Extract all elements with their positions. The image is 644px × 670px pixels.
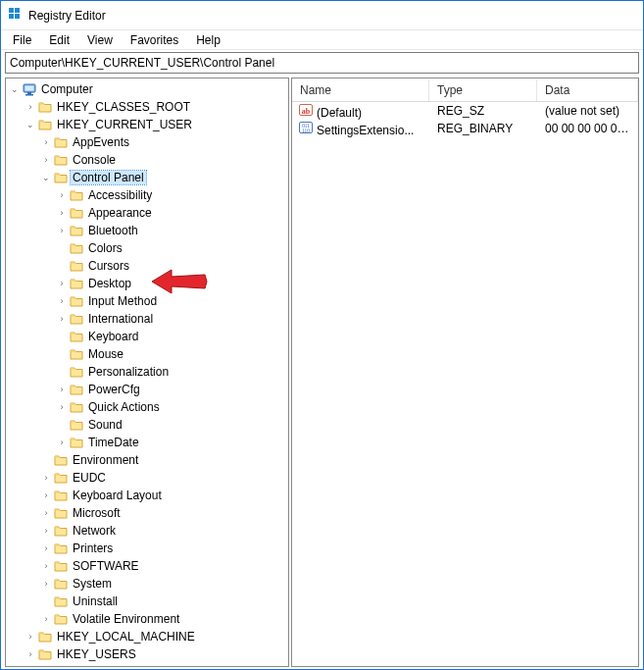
tree-item-colors[interactable]: Colors — [53, 239, 288, 257]
expander-icon[interactable]: ⌄ — [8, 82, 22, 96]
menu-help[interactable]: Help — [188, 32, 228, 48]
tree-item-accessibility[interactable]: ›Accessibility — [53, 186, 288, 204]
expander-icon[interactable]: ⌄ — [39, 171, 53, 184]
tree-item-quick-actions[interactable]: ›Quick Actions — [53, 398, 288, 416]
expander-icon[interactable]: › — [55, 206, 69, 220]
tree-item-label: HKEY_CLASSES_ROOT — [55, 100, 192, 114]
expander-icon[interactable]: › — [24, 100, 37, 114]
tree-item-label: Appearance — [86, 206, 154, 220]
folder-icon — [69, 294, 84, 308]
folder-icon — [53, 612, 69, 626]
tree-item-hkey-current-config[interactable]: ›HKEY_CURRENT_CONFIG — [22, 663, 288, 667]
folder-icon — [69, 330, 84, 343]
tree-item-label: Colors — [86, 241, 124, 255]
expander-icon[interactable]: › — [55, 188, 69, 202]
tree-item-system[interactable]: ›System — [37, 575, 288, 593]
menu-file[interactable]: File — [5, 32, 39, 48]
expander-icon[interactable]: ⌄ — [24, 118, 37, 131]
tree-item-timedate[interactable]: ›TimeDate — [53, 434, 288, 451]
tree-item-label: Uninstall — [71, 594, 120, 608]
tree-item-input-method[interactable]: ›Input Method — [53, 292, 288, 310]
tree-item-appearance[interactable]: ›Appearance — [53, 204, 288, 222]
registry-editor-window: Registry Editor File Edit View Favorites… — [0, 0, 644, 670]
expander-icon[interactable]: › — [39, 135, 53, 149]
value-data: 00 00 00 00 00 00 00 00 — [537, 122, 638, 135]
folder-icon — [69, 312, 84, 326]
value-type: REG_SZ — [429, 104, 537, 118]
tree-item-label: System — [71, 577, 114, 591]
expander-icon[interactable]: › — [39, 506, 53, 520]
column-header-name[interactable]: Name — [292, 79, 429, 101]
tree-item-environment[interactable]: Environment — [37, 451, 288, 469]
expander-icon[interactable]: › — [55, 312, 69, 326]
address-bar[interactable]: Computer\HKEY_CURRENT_USER\Control Panel — [5, 52, 639, 74]
tree-item-sound[interactable]: Sound — [53, 416, 288, 434]
tree-item-uninstall[interactable]: Uninstall — [37, 593, 288, 610]
tree-item-control-panel[interactable]: ⌄Control Panel — [37, 169, 288, 186]
expander-icon[interactable]: › — [39, 559, 53, 573]
expander-icon[interactable]: › — [55, 400, 69, 414]
tree-item-volatile-environment[interactable]: ›Volatile Environment — [37, 610, 288, 628]
tree-item-label: Console — [71, 153, 118, 167]
tree-item-cursors[interactable]: Cursors — [53, 257, 288, 275]
expander-icon[interactable]: › — [39, 612, 53, 626]
tree-item-eudc[interactable]: ›EUDC — [37, 469, 288, 487]
folder-icon — [69, 347, 84, 361]
tree-item-keyboard[interactable]: Keyboard — [53, 328, 288, 345]
expander-icon[interactable]: › — [55, 383, 69, 396]
tree-item-keyboard-layout[interactable]: ›Keyboard Layout — [37, 487, 288, 504]
tree-item-hkey-current-user[interactable]: ⌄HKEY_CURRENT_USER — [22, 116, 288, 133]
tree-item-computer[interactable]: ⌄Computer — [6, 80, 288, 98]
value-type: REG_BINARY — [429, 122, 537, 135]
tree-item-international[interactable]: ›International — [53, 310, 288, 328]
reg-string-icon — [298, 103, 314, 117]
expander-icon[interactable]: › — [24, 647, 37, 661]
expander-icon[interactable]: › — [24, 630, 37, 644]
column-header-data[interactable]: Data — [537, 79, 638, 101]
expander-icon[interactable]: › — [55, 277, 69, 290]
expander-icon[interactable]: › — [39, 541, 53, 555]
tree-item-microsoft[interactable]: ›Microsoft — [37, 504, 288, 522]
expander-icon[interactable]: › — [24, 665, 37, 667]
tree-item-appevents[interactable]: ›AppEvents — [37, 133, 288, 151]
tree-item-software[interactable]: ›SOFTWARE — [37, 557, 288, 575]
tree-item-label: Printers — [71, 541, 115, 555]
expander-icon[interactable]: › — [39, 153, 53, 167]
expander-icon[interactable]: › — [55, 436, 69, 449]
tree-item-label: Cursors — [86, 259, 131, 273]
tree-item-bluetooth[interactable]: ›Bluetooth — [53, 222, 288, 239]
tree-item-personalization[interactable]: Personalization — [53, 363, 288, 381]
tree-item-console[interactable]: ›Console — [37, 151, 288, 169]
tree-item-hkey-local-machine[interactable]: ›HKEY_LOCAL_MACHINE — [22, 628, 288, 645]
tree-item-label: Input Method — [86, 294, 159, 308]
expander-icon[interactable]: › — [39, 471, 53, 485]
expander-icon[interactable]: › — [39, 524, 53, 538]
expander-icon[interactable]: › — [39, 489, 53, 502]
tree-item-mouse[interactable]: Mouse — [53, 345, 288, 363]
tree-item-label: Computer — [39, 82, 95, 96]
folder-icon — [53, 541, 69, 555]
menu-view[interactable]: View — [79, 32, 121, 48]
tree-item-hkey-classes-root[interactable]: ›HKEY_CLASSES_ROOT — [22, 98, 288, 116]
value-row[interactable]: (Default)REG_SZ(value not set) — [292, 102, 638, 120]
folder-icon — [37, 118, 53, 131]
tree-item-label: Desktop — [86, 277, 133, 290]
tree-item-powercfg[interactable]: ›PowerCfg — [53, 381, 288, 398]
tree-item-desktop[interactable]: ›Desktop — [53, 275, 288, 292]
expander-icon[interactable]: › — [39, 577, 53, 591]
tree-item-printers[interactable]: ›Printers — [37, 540, 288, 557]
tree-item-label: Volatile Environment — [71, 612, 181, 626]
column-header-type[interactable]: Type — [429, 79, 537, 101]
expander-icon[interactable]: › — [55, 224, 69, 237]
expander-icon[interactable]: › — [55, 294, 69, 308]
tree-pane[interactable]: ⌄Computer›HKEY_CLASSES_ROOT⌄HKEY_CURRENT… — [5, 77, 289, 667]
folder-icon — [53, 506, 69, 520]
values-pane[interactable]: Name Type Data (Default)REG_SZ(value not… — [291, 77, 639, 667]
tree-item-hkey-users[interactable]: ›HKEY_USERS — [22, 645, 288, 663]
folder-icon — [69, 418, 84, 432]
tree-item-network[interactable]: ›Network — [37, 522, 288, 540]
tree-item-label: SOFTWARE — [71, 559, 141, 573]
menu-edit[interactable]: Edit — [41, 32, 77, 48]
menu-favorites[interactable]: Favorites — [123, 32, 186, 48]
value-row[interactable]: SettingsExtensio...REG_BINARY00 00 00 00… — [292, 120, 638, 137]
